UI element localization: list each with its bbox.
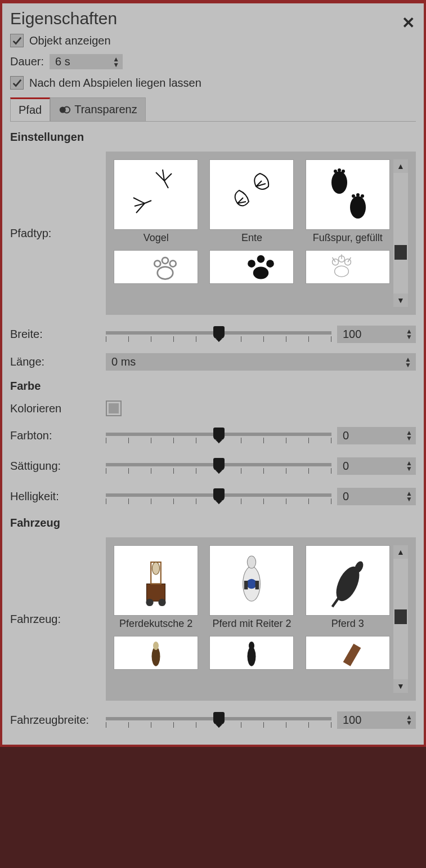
vehicle-label: Fahrzeug: bbox=[10, 613, 106, 626]
saturation-slider[interactable] bbox=[106, 455, 331, 477]
path-type-item-ente[interactable]: Ente bbox=[209, 159, 294, 244]
vehicle-gallery-scrollbar[interactable]: ▲ ▼ bbox=[393, 545, 408, 693]
saturation-value: 0 bbox=[343, 460, 349, 473]
spinner-down-icon[interactable]: ▼ bbox=[405, 363, 411, 367]
svg-rect-30 bbox=[147, 584, 165, 601]
svg-point-34 bbox=[153, 562, 160, 575]
vehicle-caption: Pferd mit Reiter 2 bbox=[212, 618, 291, 630]
scroll-down-icon[interactable]: ▼ bbox=[397, 293, 405, 307]
svg-rect-39 bbox=[255, 581, 259, 589]
svg-point-26 bbox=[334, 266, 348, 277]
svg-point-16 bbox=[356, 193, 360, 197]
spinner-down-icon[interactable]: ▼ bbox=[406, 436, 412, 440]
brightness-value-spinner[interactable]: 0 ▲▼ bbox=[337, 488, 416, 505]
path-type-item-paw-outline[interactable] bbox=[114, 250, 198, 284]
spinner-down-icon[interactable]: ▼ bbox=[406, 497, 412, 501]
tab-path[interactable]: Pfad bbox=[10, 97, 50, 121]
svg-point-20 bbox=[162, 257, 168, 264]
tab-path-label: Pfad bbox=[19, 104, 42, 117]
hue-slider[interactable] bbox=[106, 424, 331, 447]
vehicle-width-value: 100 bbox=[343, 714, 361, 727]
spinner-down-icon[interactable]: ▼ bbox=[113, 63, 119, 67]
svg-line-9 bbox=[164, 181, 168, 188]
close-icon[interactable]: ✕ bbox=[402, 14, 415, 32]
vehicle-width-value-spinner[interactable]: 100 ▲▼ bbox=[337, 711, 416, 729]
scroll-handle[interactable] bbox=[394, 245, 407, 260]
svg-point-43 bbox=[153, 642, 159, 650]
show-object-checkbox[interactable] bbox=[10, 34, 24, 47]
svg-point-15 bbox=[352, 194, 355, 198]
colorize-checkbox[interactable] bbox=[106, 400, 122, 416]
panel-title: Eigenschaften bbox=[10, 9, 416, 28]
width-label: Breite: bbox=[10, 328, 106, 341]
width-value-spinner[interactable]: 100 ▲▼ bbox=[337, 326, 416, 343]
length-label: Länge: bbox=[10, 355, 106, 368]
vehicle-heading: Fahrzeug bbox=[10, 517, 416, 529]
svg-point-10 bbox=[331, 171, 347, 194]
vehicle-item-kutsche[interactable]: Pferdekutsche 2 bbox=[114, 545, 198, 630]
width-value: 100 bbox=[343, 328, 361, 341]
hue-value: 0 bbox=[343, 429, 349, 442]
svg-point-18 bbox=[158, 267, 173, 279]
scroll-handle[interactable] bbox=[394, 609, 407, 624]
svg-point-19 bbox=[154, 261, 160, 267]
svg-rect-46 bbox=[343, 643, 361, 666]
vehicle-item-pferd3[interactable]: Pferd 3 bbox=[306, 545, 390, 630]
transparency-icon bbox=[59, 104, 71, 116]
vehicle-width-slider[interactable] bbox=[106, 709, 331, 731]
spinner-down-icon[interactable]: ▼ bbox=[406, 466, 412, 471]
hue-value-spinner[interactable]: 0 ▲▼ bbox=[337, 427, 416, 444]
tab-transparency-label: Transparenz bbox=[74, 103, 137, 116]
vehicle-gallery: Pferdekutsche 2 Pferd mit Reiter 2 bbox=[106, 537, 416, 701]
saturation-value-spinner[interactable]: 0 ▲▼ bbox=[337, 457, 416, 475]
scroll-up-icon[interactable]: ▲ bbox=[397, 159, 405, 173]
path-type-item-fussspur[interactable]: Fußspur, gefüllt bbox=[306, 159, 390, 244]
svg-point-14 bbox=[350, 196, 366, 219]
svg-point-25 bbox=[267, 260, 275, 268]
svg-rect-38 bbox=[244, 581, 248, 589]
path-type-item-vogel[interactable]: Vogel bbox=[114, 159, 198, 244]
vehicle-item-extra-3[interactable] bbox=[306, 636, 390, 670]
path-type-caption: Ente bbox=[241, 232, 262, 244]
brightness-value: 0 bbox=[343, 490, 349, 503]
colorize-label: Kolorieren bbox=[10, 402, 106, 415]
svg-point-32 bbox=[146, 598, 154, 606]
svg-point-13 bbox=[342, 170, 345, 173]
svg-point-37 bbox=[247, 578, 257, 589]
scroll-down-icon[interactable]: ▼ bbox=[397, 679, 405, 693]
color-heading: Farbe bbox=[10, 380, 416, 393]
vehicle-caption: Pferd 3 bbox=[331, 618, 364, 630]
spinner-down-icon[interactable]: ▼ bbox=[406, 335, 412, 339]
vehicle-item-reiter[interactable]: Pferd mit Reiter 2 bbox=[209, 545, 294, 630]
path-type-gallery: Vogel Ente bbox=[106, 152, 416, 315]
saturation-label: Sättigung: bbox=[10, 460, 106, 473]
leave-after-label: Nach dem Abspielen liegen lassen bbox=[29, 77, 201, 90]
svg-line-2 bbox=[133, 198, 145, 203]
path-type-caption: Fußspur, gefüllt bbox=[313, 232, 383, 244]
svg-point-23 bbox=[248, 260, 256, 268]
duration-spinner[interactable]: 6 s ▲ ▼ bbox=[50, 54, 123, 69]
svg-line-5 bbox=[145, 201, 151, 203]
svg-point-21 bbox=[170, 261, 176, 267]
length-spinner[interactable]: 0 ms ▲▼ bbox=[106, 353, 416, 371]
vehicle-width-label: Fahrzeugbreite: bbox=[10, 714, 106, 727]
tab-transparency[interactable]: Transparenz bbox=[50, 97, 146, 121]
duration-label: Dauer: bbox=[10, 55, 44, 68]
leave-after-checkbox[interactable] bbox=[10, 76, 24, 90]
vehicle-item-extra-1[interactable] bbox=[114, 636, 198, 670]
spinner-down-icon[interactable]: ▼ bbox=[406, 720, 412, 725]
vehicle-caption: Pferdekutsche 2 bbox=[119, 618, 192, 630]
vehicle-item-extra-2[interactable] bbox=[209, 636, 294, 670]
width-slider[interactable] bbox=[106, 323, 331, 345]
brightness-label: Helligkeit: bbox=[10, 490, 106, 503]
path-type-item-paw-sketch[interactable] bbox=[306, 250, 390, 284]
svg-point-12 bbox=[338, 168, 341, 172]
brightness-slider[interactable] bbox=[106, 485, 331, 508]
scroll-up-icon[interactable]: ▲ bbox=[397, 545, 405, 559]
path-gallery-scrollbar[interactable]: ▲ ▼ bbox=[393, 159, 408, 307]
properties-panel: Eigenschaften ✕ Objekt anzeigen Dauer: 6… bbox=[2, 3, 424, 745]
svg-point-11 bbox=[334, 170, 337, 173]
path-type-item-paw-filled[interactable] bbox=[209, 250, 294, 284]
path-type-label: Pfadtyp: bbox=[10, 227, 106, 240]
svg-point-24 bbox=[257, 255, 265, 263]
